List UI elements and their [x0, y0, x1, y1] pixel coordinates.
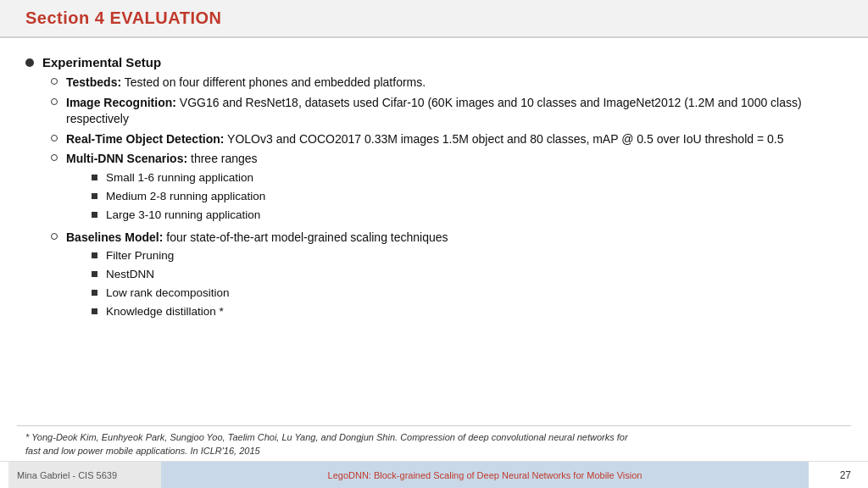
- square-bullet: [92, 308, 97, 314]
- sub-item-label: Image Recognition:: [66, 96, 176, 109]
- sub-item-label: Multi-DNN Scenarios:: [66, 152, 187, 165]
- sub-item-label: Real-Time Object Detection:: [66, 132, 224, 146]
- footnote-line2: fast and low power mobile applications. …: [25, 445, 843, 458]
- sub-list: Testbeds: Tested on four different phone…: [51, 75, 843, 323]
- list-item: Small 1-6 running application: [92, 170, 265, 186]
- list-item: Medium 2-8 running application: [92, 189, 265, 205]
- list-item: Image Recognition: VGG16 and ResNet18, d…: [51, 95, 843, 128]
- circle-bullet: [51, 233, 58, 240]
- bottom-center-label: LegoDNN: Block-grained Scaling of Deep N…: [161, 462, 809, 488]
- sub-item-text: Image Recognition: VGG16 and ResNet18, d…: [66, 95, 843, 128]
- sub-sub-list: Small 1-6 running application Medium 2-8…: [92, 170, 265, 224]
- sub-item-text: Baselines Model: four state-of-the-art m…: [66, 230, 448, 244]
- circle-bullet: [51, 78, 58, 85]
- sub-sub-item-text: NestDNN: [106, 267, 154, 283]
- main-bullet-text: Experimental Setup: [42, 55, 161, 69]
- sub-sub-item-text: Large 3-10 running application: [106, 208, 260, 224]
- list-item: Testbeds: Tested on four different phone…: [51, 75, 843, 92]
- circle-bullet: [51, 154, 58, 161]
- footnote: * Yong-Deok Kim, Eunhyeok Park, Sungjoo …: [0, 426, 868, 461]
- circle-bullet: [51, 98, 58, 105]
- slide: Section 4 EVALUATION Experimental Setup …: [0, 0, 868, 488]
- list-item: Real-Time Object Detection: YOLOv3 and C…: [51, 131, 843, 148]
- sub-item-body: four state-of-the-art model-grained scal…: [163, 230, 448, 244]
- list-item: Low rank decomposition: [92, 286, 448, 302]
- slide-content: Experimental Setup Testbeds: Tested on f…: [0, 38, 868, 425]
- sub-item-text: Real-Time Object Detection: YOLOv3 and C…: [66, 131, 783, 148]
- list-item: Filter Pruning: [92, 248, 448, 264]
- sub-item-body: three ranges: [187, 152, 258, 165]
- bottom-bar: Mina Gabriel - CIS 5639 LegoDNN: Block-g…: [0, 461, 868, 488]
- list-item: Large 3-10 running application: [92, 208, 265, 224]
- sub-item-text: Multi-DNN Scenarios: three ranges: [66, 152, 258, 165]
- main-bullet-dot: [25, 58, 34, 67]
- footnote-line1: * Yong-Deok Kim, Eunhyeok Park, Sungjoo …: [25, 431, 843, 444]
- list-item: Multi-DNN Scenarios: three ranges Small …: [51, 151, 843, 225]
- square-bullet: [92, 252, 97, 258]
- sub-sub-list: Filter Pruning NestDNN Low rank decompos…: [92, 248, 448, 320]
- slide-title: Section 4 EVALUATION: [25, 8, 222, 27]
- square-bullet: [92, 290, 97, 296]
- list-item: Knowledge distillation *: [92, 304, 448, 320]
- list-item: NestDNN: [92, 267, 448, 283]
- sub-item-body: VGG16 and ResNet18, datasets used Cifar-…: [66, 96, 802, 126]
- sub-sub-item-text: Medium 2-8 running application: [106, 189, 265, 205]
- sub-item-label: Baselines Model:: [66, 230, 163, 244]
- sub-sub-item-text: Low rank decomposition: [106, 286, 230, 302]
- sub-item-body: YOLOv3 and COCO2017 0.33M images 1.5M ob…: [224, 132, 783, 146]
- sub-sub-item-text: Small 1-6 running application: [106, 170, 253, 186]
- main-bullet-item: Experimental Setup: [25, 55, 843, 69]
- bottom-left-label: Mina Gabriel - CIS 5639: [8, 462, 161, 488]
- sub-sub-item-text: Filter Pruning: [106, 248, 174, 264]
- circle-bullet: [51, 135, 58, 141]
- sub-item-body: Tested on four different phones and embe…: [121, 75, 426, 89]
- list-item: Baselines Model: four state-of-the-art m…: [51, 230, 843, 323]
- slide-header: Section 4 EVALUATION: [0, 0, 868, 38]
- sub-item-text: Testbeds: Tested on four different phone…: [66, 75, 426, 92]
- page-number: 27: [809, 462, 860, 488]
- square-bullet: [92, 212, 97, 218]
- square-bullet: [92, 175, 97, 180]
- square-bullet: [92, 271, 97, 277]
- square-bullet: [92, 193, 97, 199]
- sub-item-label: Testbeds:: [66, 75, 121, 89]
- sub-sub-item-text: Knowledge distillation *: [106, 304, 224, 320]
